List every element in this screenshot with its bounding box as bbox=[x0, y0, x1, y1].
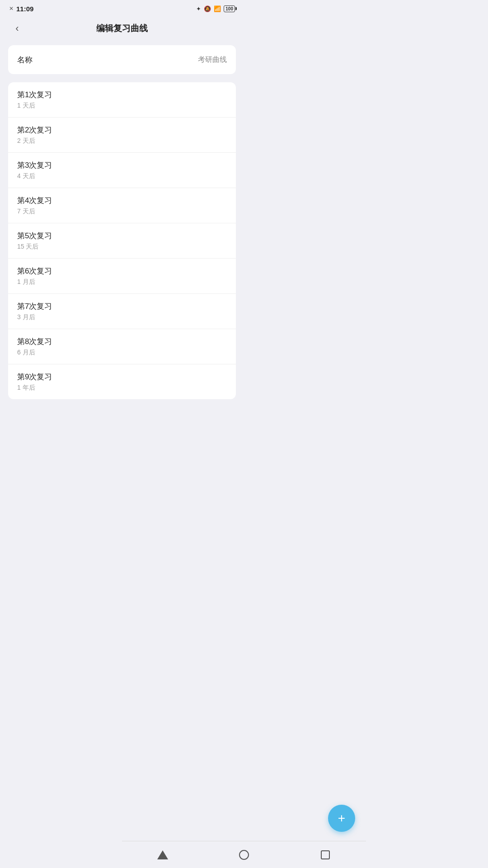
list-item[interactable]: 第1次复习 1 天后 bbox=[8, 82, 236, 118]
review-title: 第3次复习 bbox=[17, 160, 227, 170]
review-list: 第1次复习 1 天后 第2次复习 2 天后 第3次复习 4 天后 第4次复习 7… bbox=[8, 82, 236, 399]
status-time: 11:09 bbox=[16, 5, 33, 13]
battery-icon: 100 bbox=[224, 5, 235, 12]
list-item[interactable]: 第7次复习 3 月后 bbox=[8, 294, 236, 329]
review-title: 第7次复习 bbox=[17, 301, 227, 311]
review-subtitle: 3 月后 bbox=[17, 313, 227, 321]
list-item[interactable]: 第6次复习 1 月后 bbox=[8, 259, 236, 294]
header: ‹ 编辑复习曲线 bbox=[0, 16, 244, 41]
wifi-icon: 📶 bbox=[214, 5, 221, 12]
list-item[interactable]: 第3次复习 4 天后 bbox=[8, 153, 236, 188]
review-title: 第4次复习 bbox=[17, 195, 227, 206]
review-title: 第8次复习 bbox=[17, 336, 227, 347]
status-left: ✕ 11:09 bbox=[9, 5, 33, 13]
list-item[interactable]: 第2次复习 2 天后 bbox=[8, 118, 236, 153]
review-subtitle: 2 天后 bbox=[17, 137, 227, 145]
status-right: ✦ 🔕 📶 100 bbox=[196, 5, 235, 12]
review-title: 第5次复习 bbox=[17, 231, 227, 241]
silent-icon: 🔕 bbox=[204, 5, 211, 12]
review-title: 第9次复习 bbox=[17, 372, 227, 382]
review-subtitle: 6 月后 bbox=[17, 349, 227, 357]
list-item[interactable]: 第5次复习 15 天后 bbox=[8, 223, 236, 259]
name-card[interactable]: 名称 考研曲线 bbox=[8, 45, 236, 74]
back-icon: ‹ bbox=[15, 23, 19, 34]
review-title: 第1次复习 bbox=[17, 90, 227, 100]
review-subtitle: 1 年后 bbox=[17, 384, 227, 392]
review-title: 第6次复习 bbox=[17, 266, 227, 276]
name-label: 名称 bbox=[17, 55, 33, 65]
bluetooth-icon: ✦ bbox=[196, 5, 201, 12]
review-subtitle: 4 天后 bbox=[17, 172, 227, 180]
list-item[interactable]: 第4次复习 7 天后 bbox=[8, 188, 236, 223]
review-subtitle: 7 天后 bbox=[17, 208, 227, 216]
back-button[interactable]: ‹ bbox=[9, 20, 25, 37]
review-subtitle: 1 天后 bbox=[17, 102, 227, 110]
page-title: 编辑复习曲线 bbox=[96, 23, 148, 34]
review-subtitle: 15 天后 bbox=[17, 243, 227, 251]
name-value: 考研曲线 bbox=[198, 55, 227, 65]
review-subtitle: 1 月后 bbox=[17, 278, 227, 286]
list-item[interactable]: 第8次复习 6 月后 bbox=[8, 329, 236, 364]
list-item[interactable]: 第9次复习 1 年后 bbox=[8, 364, 236, 399]
status-bar: ✕ 11:09 ✦ 🔕 📶 100 bbox=[0, 0, 244, 16]
sim-icon: ✕ bbox=[9, 5, 14, 12]
review-title: 第2次复习 bbox=[17, 125, 227, 135]
